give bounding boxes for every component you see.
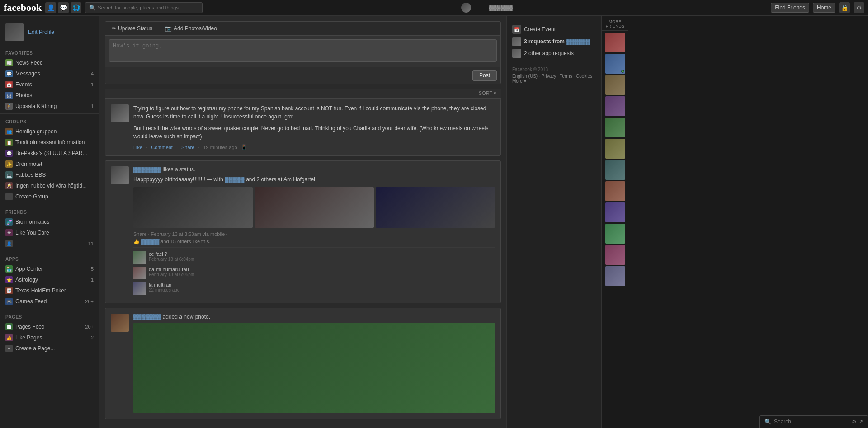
sidebar-item-friend-3[interactable]: 👤 11	[0, 238, 99, 249]
post-author-3[interactable]: ▓▓▓▓▓▓▓	[133, 314, 161, 320]
like-pages-icon: 👍	[5, 334, 13, 341]
search-icon: 🔍	[89, 5, 96, 11]
sidebar-item-create-page[interactable]: + Create a Page...	[0, 343, 99, 354]
photo-2[interactable]	[255, 187, 374, 228]
sidebar-item-texas-holdem[interactable]: 🃏 Texas HoldEm Poker	[0, 285, 99, 296]
sidebar-item-create-group[interactable]: + Create Group...	[0, 191, 99, 202]
sidebar-item-events[interactable]: 📅 Events 1	[0, 79, 99, 90]
photo-1[interactable]	[133, 187, 253, 228]
sidebar-item-drommötet[interactable]: ✨ Drömmötet	[0, 159, 99, 169]
sidebar-item-games-feed[interactable]: 🎮 Games Feed 20+	[0, 296, 99, 307]
sidebar-item-photos[interactable]: 🖼 Photos	[0, 90, 99, 101]
strip-avatar-11[interactable]	[605, 245, 625, 265]
post-button[interactable]: Post	[472, 70, 497, 81]
strip-avatar-5[interactable]	[605, 118, 625, 137]
post-avatar-2[interactable]	[111, 166, 129, 184]
strip-avatar-2[interactable]	[605, 54, 625, 74]
post-avatar-1[interactable]	[111, 104, 129, 122]
comment-avatar-3[interactable]	[133, 282, 146, 295]
footer-link-more[interactable]: More ▾	[512, 79, 526, 84]
fabbes-label: Fabbes BBS	[15, 172, 94, 178]
update-status-tab[interactable]: ✏ Update Status	[105, 22, 159, 35]
post-photo-img-3[interactable]	[133, 323, 495, 413]
comment-action-1[interactable]: Comment	[151, 145, 173, 150]
friend-requests-icon[interactable]: 👤	[45, 2, 56, 13]
like-action-1[interactable]: Like	[133, 145, 142, 150]
footer-link-cookies[interactable]: Cookies	[576, 74, 592, 79]
sidebar-item-hemliga[interactable]: 👥 Hemliga gruppen	[0, 126, 99, 137]
messages-count: 4	[91, 71, 94, 76]
post-text-1b: But I recall the wise words of a sweet q…	[133, 124, 495, 141]
bottom-settings-icon[interactable]: ⚙	[852, 419, 857, 425]
sidebar-item-like-you-care[interactable]: ❤ Like You Care	[0, 227, 99, 238]
strip-avatar-3[interactable]	[605, 75, 625, 95]
footer-link-english[interactable]: English (US)	[512, 74, 538, 79]
edit-profile-link[interactable]: Edit Profile	[28, 29, 54, 35]
sidebar-item-pages-feed[interactable]: 📄 Pages Feed 20+	[0, 321, 99, 332]
bopekka-label: Bo-Pekka's (SLUUTA SPAR...	[15, 150, 94, 156]
lock-icon[interactable]: 🔒	[839, 2, 850, 13]
sidebar-item-bopekka[interactable]: 💬 Bo-Pekka's (SLUUTA SPAR...	[0, 148, 99, 159]
app-requests-label: 2 other app requests	[524, 50, 574, 56]
strip-avatar-8[interactable]	[605, 181, 625, 201]
strip-avatar-4[interactable]	[605, 96, 625, 116]
likes-first-name[interactable]: ▓▓▓▓▓	[141, 239, 160, 244]
like-you-care-icon: ❤	[5, 229, 13, 236]
sidebar-item-messages[interactable]: 💬 Messages 4	[0, 68, 99, 79]
sidebar-item-ingen[interactable]: 🥂 Ingen nubbe vid våra högtid...	[0, 180, 99, 191]
post-avatar-3[interactable]	[111, 314, 129, 332]
status-input-area	[105, 36, 500, 67]
app-requests-icon	[512, 49, 521, 58]
strip-avatar-10[interactable]	[605, 224, 625, 244]
notifications-icon[interactable]: 🌐	[71, 2, 81, 13]
messages-icon[interactable]: 💬	[58, 2, 69, 13]
find-friends-button[interactable]: Find Friends	[771, 3, 809, 13]
strip-avatar-7[interactable]	[605, 160, 625, 180]
app-requests-item[interactable]: 2 other app requests	[512, 47, 596, 59]
strip-avatar-9[interactable]	[605, 202, 625, 222]
strip-avatar-6[interactable]	[605, 139, 625, 159]
strip-avatar-1[interactable]	[605, 33, 625, 52]
sidebar-item-totalt[interactable]: 📋 Totalt ointressant information	[0, 137, 99, 148]
sidebar-item-bioinformatics[interactable]: 🧬 Bioinformatics	[0, 216, 99, 227]
strip-avatar-12[interactable]	[605, 266, 625, 286]
add-photos-tab[interactable]: 📷 Add Photos/Video	[159, 22, 223, 35]
search-bar[interactable]: 🔍 Search for people, places and things	[85, 2, 203, 13]
comment-avatar-1[interactable]	[133, 251, 146, 264]
like-pages-label: Like Pages	[15, 334, 88, 341]
create-event-icon: 📅	[512, 25, 521, 34]
bopekka-icon: 💬	[5, 150, 13, 157]
games-feed-label: Games Feed	[15, 298, 82, 305]
post-time-1: 19 minutes ago	[203, 145, 237, 150]
sidebar-item-like-pages[interactable]: 👍 Like Pages 2	[0, 332, 99, 343]
sidebar-item-app-center[interactable]: 🏪 App Center 5	[0, 263, 99, 274]
sidebar-item-news-feed[interactable]: 📰 News Feed	[0, 57, 99, 68]
totalt-icon: 📋	[5, 139, 13, 146]
nav-name[interactable]: ▓▓▓▓▓▓	[489, 5, 513, 11]
post-author-2[interactable]: ▓▓▓▓▓▓▓	[133, 166, 161, 173]
comment-avatar-2[interactable]	[133, 267, 146, 279]
home-button[interactable]: Home	[813, 3, 835, 13]
sidebar-item-fabbes[interactable]: 💻 Fabbes BBS	[0, 169, 99, 180]
sidebar-item-astrology[interactable]: ⭐ Astrology 1	[0, 274, 99, 285]
settings-icon[interactable]: ⚙	[854, 2, 864, 13]
hemliga-icon: 👥	[5, 128, 13, 135]
comment-text-3: la multi ani	[149, 282, 495, 287]
sidebar-item-uppsala[interactable]: 🧗 Uppsala Klättring 1	[0, 101, 99, 112]
nav-profile-avatar[interactable]	[461, 3, 471, 13]
sort-button[interactable]: SORT ▾	[479, 90, 496, 96]
bottom-search-input[interactable]	[774, 419, 849, 425]
groups-section-title: GROUPS	[0, 116, 99, 126]
profile-avatar[interactable]	[5, 23, 24, 41]
footer-link-terms[interactable]: Terms	[560, 74, 572, 79]
status-text-input[interactable]	[109, 39, 497, 62]
friend-requests-item[interactable]: 3 requests from ▓▓▓▓▓▓	[512, 36, 596, 47]
create-event-button[interactable]: 📅 Create Event	[512, 23, 596, 36]
footer-link-privacy[interactable]: Privacy	[541, 74, 556, 79]
bottom-expand-icon[interactable]: ↗	[859, 419, 863, 425]
nav-center: ▓▓▓▓▓▓	[203, 3, 771, 13]
birthday-tag[interactable]: ▓▓▓▓▓	[225, 176, 246, 183]
photo-3[interactable]	[376, 187, 495, 228]
share-action-1[interactable]: Share	[181, 145, 194, 150]
post-likes-2: 👍 ▓▓▓▓▓ and 15 others like this.	[133, 239, 495, 245]
